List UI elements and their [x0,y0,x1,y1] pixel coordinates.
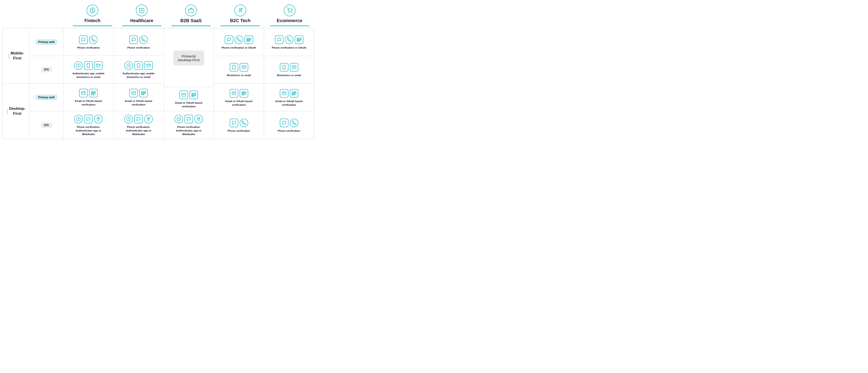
data-columns: Phone verification Authenti [64,28,314,139]
webauthn-icon [94,115,103,123]
b2bsaas-mobile-merged: PrimarilyDesktop-First [164,28,214,87]
fintech-mobile-2fa-label: Authenticator app, mobile biometrics or … [70,72,106,79]
header-fintech: Fintech [68,4,117,28]
mobile-2fa-sublabel-row: 2FA [30,56,63,84]
phone-icon [235,35,243,44]
authenticator-icon [74,61,83,70]
oauth-icon2 [240,89,248,98]
svg-rect-17 [91,94,94,95]
email-icon2 [79,89,88,97]
chat-icon [129,35,138,44]
ecommerce-mobile-primary: Phone verification or OAuth [264,28,314,56]
icons [129,35,148,44]
svg-rect-54 [232,65,235,69]
email-icon2 [129,89,138,97]
email-icon2 [230,89,238,98]
mobile-2fa-badge: 2FA [41,67,52,72]
svg-rect-11 [87,64,90,68]
svg-rect-74 [292,92,296,92]
fintech-mobile-primary-label: Phone verification [77,46,100,49]
healthcare-desktop-2fa-label: Phone verification, Authenticator app or… [121,125,157,136]
phone-icon2 [240,118,248,127]
ecommerce-column: Phone verification or OAuth Biometrics o… [264,28,314,139]
oauth-icon2 [290,89,298,98]
email-icon [240,63,248,72]
svg-rect-53 [247,41,250,41]
chat-icon [79,35,88,44]
healthcare-underline [122,26,161,26]
phone-icon [285,35,293,44]
b2bsaas-desktop-primary-label: Email or OAuth based verification [170,101,207,108]
chat-icon2 [230,118,238,127]
phone-icon [89,35,98,44]
svg-point-4 [241,8,242,9]
b2bsaas-desktop-note: PrimarilyDesktop-First [174,50,204,66]
desktop-first-label-section: { Desktop-First [2,83,29,139]
healthcare-mobile-2fa: Authenticator app, mobile biometrics or … [114,56,164,83]
chat-icon2 [280,118,288,127]
healthcare-mobile-primary: Phone verification [114,28,164,56]
auth-icon [124,115,133,123]
svg-rect-33 [142,94,144,95]
svg-rect-68 [297,39,301,40]
auth-icon [175,115,183,123]
icons [124,115,153,123]
icons [280,63,298,72]
svg-rect-58 [242,92,246,92]
b2ctech-underline [221,26,260,26]
svg-point-38 [148,118,149,119]
b2ctech-title: B2C Tech [230,18,251,23]
icons [275,35,303,44]
fintech-desktop-primary: Email or OAuth based verification [64,83,114,111]
icons [280,118,298,127]
icons [175,115,203,123]
mobile-first-label-section: { Mobile-First [2,28,29,83]
webauthn-icon [194,115,203,123]
chat2-icon [84,115,93,123]
ecommerce-title: Ecommerce [277,18,302,23]
b2ctech-icon [235,4,246,16]
ecommerce-mobile-2fa: Biometrics or email [264,56,314,84]
oauth-icon [189,91,198,99]
desktop-primary-auth-sublabel-row: Primary auth [30,83,63,111]
b2ctech-mobile-primary: Phone verification or OAuth [214,28,264,56]
mobile-icon [134,61,143,70]
mobile-primary-auth-sublabel-row: Primary auth [30,28,63,56]
fintech-desktop-primary-label: Email or OAuth based verification [70,99,106,106]
email-icon [180,91,188,99]
b2ctech-mobile-2fa-label: Biometrics or email [227,73,251,77]
chat-icon [225,35,233,44]
phone-icon2 [290,118,298,127]
icons [180,91,198,99]
svg-rect-52 [247,39,251,40]
header-healthcare: Healthcare [117,4,166,28]
svg-rect-51 [247,38,251,39]
oauth-icon [89,89,98,97]
ecommerce-desktop-2fa: Phone verification [264,111,314,139]
email-icon2 [280,89,288,98]
icons [230,118,248,127]
svg-point-22 [98,118,99,119]
chat-icon [275,35,283,44]
b2bsaas-underline [171,26,211,26]
icons [280,89,298,98]
svg-point-47 [198,118,199,119]
desktop-2fa-badge: 2FA [41,123,52,128]
b2bsaas-desktop-2fa: Phone verification, Authenticator app or… [164,111,214,139]
fintech-title: Fintech [84,18,100,23]
healthcare-icon [136,4,148,16]
chat-icon [184,115,193,123]
healthcare-mobile-2fa-label: Authenticator app, mobile biometrics or … [121,72,157,79]
svg-rect-67 [297,38,301,39]
b2ctech-desktop-2fa: Phone verification [214,111,264,139]
svg-point-3 [239,8,241,10]
icons [225,35,253,44]
header-b2bsaas: B2B SaaS [166,4,216,28]
icons [79,89,98,97]
icons [230,89,248,98]
svg-rect-31 [142,92,146,92]
svg-rect-32 [142,93,146,94]
fintech-mobile-primary: Phone verification [64,28,114,56]
svg-rect-75 [292,93,296,94]
auth2-icon [74,115,83,123]
